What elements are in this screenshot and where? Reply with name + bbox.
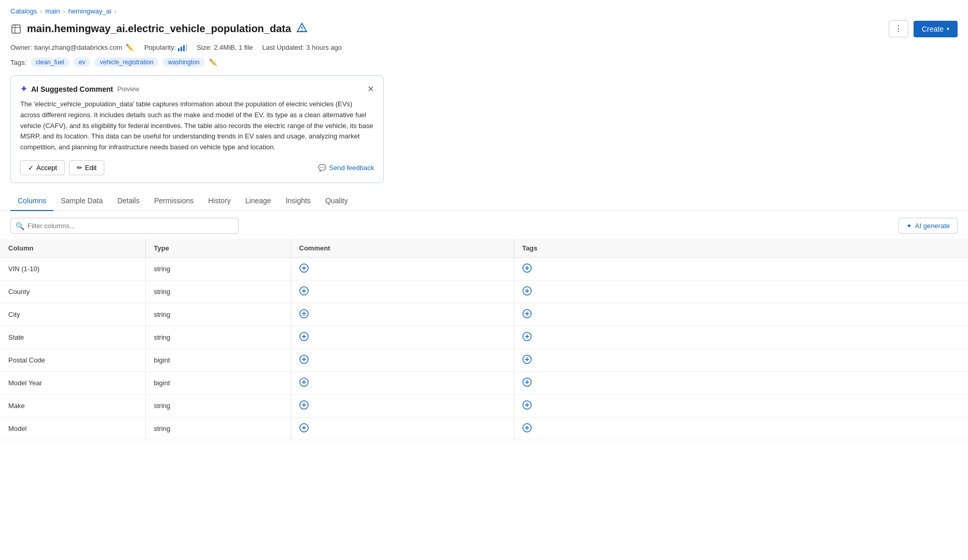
title-left: main.hemingway_ai.electric_vehicle_popul…	[10, 22, 308, 36]
cell-tags	[514, 395, 968, 417]
preview-badge: Preview	[117, 86, 140, 93]
th-column: Column	[0, 239, 145, 258]
tag-chip-ev[interactable]: ev	[74, 58, 91, 67]
add-comment-button[interactable]	[299, 286, 309, 297]
tab-details[interactable]: Details	[110, 191, 147, 211]
filter-input-wrap: 🔍	[10, 218, 239, 234]
cell-column-name: Model	[0, 417, 145, 440]
cell-type: string	[145, 417, 291, 440]
cell-tags	[514, 326, 968, 349]
cell-comment	[291, 349, 514, 372]
tag-chip-clean-fuel[interactable]: clean_fuel	[31, 58, 70, 67]
tab-insights[interactable]: Insights	[279, 191, 318, 211]
add-tag-button[interactable]	[522, 263, 532, 274]
size-value: 2.4MiB, 1 file	[214, 44, 253, 51]
breadcrumb-catalogs[interactable]: Catalogs	[10, 7, 37, 15]
ai-card-title: ✦ AI Suggested Comment Preview	[20, 84, 140, 94]
cell-type: string	[145, 281, 291, 303]
breadcrumb-main[interactable]: main	[45, 7, 60, 15]
add-comment-button[interactable]	[299, 309, 309, 320]
send-feedback-button[interactable]: 💬 Send feedback	[318, 164, 374, 172]
add-tag-button[interactable]	[522, 309, 532, 320]
add-tag-button[interactable]	[522, 423, 532, 434]
tab-history[interactable]: History	[201, 191, 238, 211]
tab-lineage[interactable]: Lineage	[238, 191, 279, 211]
breadcrumb: Catalogs › main › hemingway_ai ›	[0, 0, 968, 18]
cell-type: bigint	[145, 349, 291, 372]
columns-table-wrap: Column Type Comment Tags VIN (1-10) stri…	[0, 239, 968, 440]
edit-label: Edit	[85, 164, 96, 172]
ai-gen-sparkle-icon: ✦	[906, 222, 912, 230]
cell-tags	[514, 258, 968, 281]
cell-tags	[514, 281, 968, 303]
cell-tags	[514, 417, 968, 440]
add-tag-button[interactable]	[522, 355, 532, 366]
add-tag-button[interactable]	[522, 286, 532, 297]
cell-comment	[291, 281, 514, 303]
filter-columns-input[interactable]	[10, 218, 239, 234]
add-tag-button[interactable]	[522, 377, 532, 388]
cell-column-name: Model Year	[0, 372, 145, 395]
add-comment-button[interactable]	[299, 400, 309, 411]
ai-card-close-button[interactable]: ✕	[367, 84, 374, 94]
more-button[interactable]: ⋮	[889, 20, 908, 37]
add-comment-button[interactable]	[299, 377, 309, 388]
ai-card-footer: ✓ Accept ✏ Edit 💬 Send feedback	[20, 160, 374, 175]
svg-point-5	[301, 30, 302, 31]
popularity-bars	[178, 44, 187, 51]
title-row: main.hemingway_ai.electric_vehicle_popul…	[0, 18, 968, 41]
edit-comment-button[interactable]: ✏ Edit	[69, 160, 104, 175]
tab-columns[interactable]: Columns	[10, 191, 53, 211]
owner-item: Owner: tianyi.zhang@databricks.com ✏️	[10, 44, 135, 51]
tab-sample-data[interactable]: Sample Data	[53, 191, 110, 211]
cell-comment	[291, 372, 514, 395]
cell-column-name: Postal Code	[0, 349, 145, 372]
tab-quality[interactable]: Quality	[318, 191, 355, 211]
breadcrumb-sep-2: ›	[63, 8, 65, 15]
create-button[interactable]: Create ▾	[914, 21, 958, 37]
add-tag-button[interactable]	[522, 332, 532, 343]
cell-comment	[291, 417, 514, 440]
cell-type: string	[145, 303, 291, 326]
title-actions: ⋮ Create ▾	[889, 20, 958, 37]
size-label: Size:	[197, 44, 212, 51]
search-icon: 🔍	[16, 222, 24, 230]
table-row: Model string	[0, 417, 968, 440]
cell-comment	[291, 395, 514, 417]
ai-card-title-text: AI Suggested Comment	[31, 85, 113, 93]
accept-button[interactable]: ✓ Accept	[20, 160, 65, 175]
tags-label: Tags:	[10, 59, 26, 66]
create-chevron-icon: ▾	[947, 26, 949, 32]
cell-comment	[291, 303, 514, 326]
add-tag-button[interactable]	[522, 400, 532, 411]
table-icon	[10, 23, 22, 35]
owner-label: Owner:	[10, 44, 32, 51]
add-comment-button[interactable]	[299, 423, 309, 434]
add-comment-button[interactable]	[299, 263, 309, 274]
popularity-label: Popularity:	[144, 44, 176, 51]
ai-generate-label: AI generate	[915, 222, 950, 230]
tag-chip-washington[interactable]: washington	[163, 58, 205, 67]
accept-label: Accept	[36, 164, 57, 172]
cell-type: string	[145, 258, 291, 281]
cell-column-name: City	[0, 303, 145, 326]
edit-tags-button[interactable]: ✏️	[209, 59, 217, 66]
checkmark-icon: ✓	[28, 164, 34, 172]
feedback-label: Send feedback	[329, 164, 374, 172]
tab-permissions[interactable]: Permissions	[147, 191, 201, 211]
tag-chip-vehicle-reg[interactable]: vehicle_registration	[94, 58, 158, 67]
add-comment-button[interactable]	[299, 355, 309, 366]
cell-type: string	[145, 395, 291, 417]
add-comment-button[interactable]	[299, 332, 309, 343]
ai-card-header: ✦ AI Suggested Comment Preview ✕	[20, 84, 374, 94]
edit-owner-button[interactable]: ✏️	[125, 44, 135, 51]
size-item: Size: 2.4MiB, 1 file	[197, 44, 253, 51]
cell-type: bigint	[145, 372, 291, 395]
breadcrumb-hemingway[interactable]: hemingway_ai	[68, 7, 112, 15]
ai-generate-button[interactable]: ✦ AI generate	[898, 218, 958, 234]
table-row: VIN (1-10) string	[0, 258, 968, 281]
th-tags: Tags	[514, 239, 968, 258]
th-type: Type	[145, 239, 291, 258]
popularity-item: Popularity:	[144, 44, 187, 51]
tags-row: Tags: clean_fuel ev vehicle_registration…	[0, 55, 968, 73]
